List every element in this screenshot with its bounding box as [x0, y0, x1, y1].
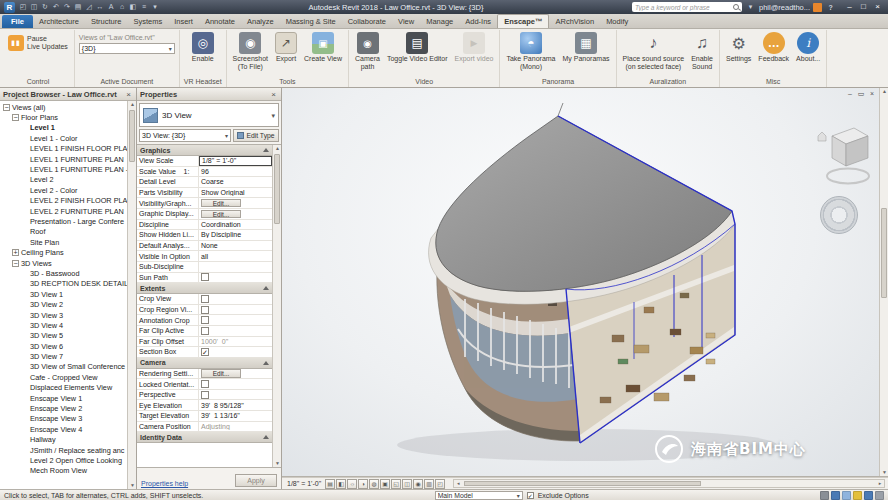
property-checkbox[interactable] — [201, 306, 209, 314]
main-model-dropdown[interactable]: Main Model — [435, 491, 523, 500]
chevron-down-icon[interactable] — [271, 111, 275, 120]
tree-expander-icon[interactable]: − — [3, 104, 10, 111]
constraints-icon[interactable]: ◰ — [435, 479, 445, 489]
tab-enscape[interactable]: Enscape™ — [497, 14, 549, 28]
scroll-up-icon[interactable] — [881, 88, 888, 95]
property-edit-button[interactable]: Edit... — [201, 369, 241, 378]
window-close-icon[interactable] — [868, 90, 876, 98]
tab-manage[interactable]: Manage — [420, 15, 459, 28]
tab-analyze[interactable]: Analyze — [241, 15, 280, 28]
crop-view-icon[interactable]: ▣ — [380, 479, 390, 489]
tree-item[interactable]: −Views (all) — [0, 102, 127, 112]
tab-add-ins[interactable]: Add-Ins — [459, 15, 497, 28]
tree-item[interactable]: +Ceiling Plans — [0, 247, 127, 257]
print-icon[interactable]: ▤ — [73, 2, 83, 12]
type-selector[interactable]: 3D View — [139, 103, 279, 127]
scroll-up-icon[interactable] — [274, 145, 281, 152]
editable-only-icon[interactable] — [820, 491, 829, 500]
property-value[interactable]: 39' 1 13/16" — [199, 412, 272, 419]
store-icon[interactable] — [813, 3, 822, 12]
property-value[interactable]: 96 — [199, 168, 272, 175]
tab-archvision[interactable]: ARchVision — [549, 15, 600, 28]
background-process-icon[interactable] — [842, 491, 851, 500]
enable-sound-button[interactable]: EnableSound — [689, 31, 715, 72]
property-edit-button[interactable]: Edit... — [201, 199, 241, 208]
instance-selector[interactable]: 3D View: {3D} — [139, 129, 231, 142]
project-browser-scrollbar[interactable] — [127, 101, 136, 489]
scroll-up-icon[interactable] — [129, 101, 136, 108]
collapse-icon[interactable] — [263, 286, 269, 290]
scrollbar-thumb[interactable] — [129, 110, 135, 162]
properties-section-graphics[interactable]: Graphics — [137, 145, 272, 156]
tree-expander-icon[interactable]: − — [12, 260, 19, 267]
temporary-hide-icon[interactable]: ◫ — [402, 479, 412, 489]
take-panorama-mono-button[interactable]: Take Panorama(Mono) — [504, 31, 557, 72]
user-name[interactable]: phil@readtho... — [759, 3, 810, 12]
properties-section-camera[interactable]: Camera — [137, 358, 272, 369]
tab-file[interactable]: File — [2, 15, 33, 28]
sign-in-icon[interactable]: ▾ — [745, 3, 756, 11]
tab-view[interactable]: View — [392, 15, 420, 28]
tree-expander-icon[interactable]: + — [12, 249, 19, 256]
property-value[interactable]: 39' 8 95/128" — [199, 402, 272, 409]
place-sound-source-on-selected-face-button[interactable]: Place sound source(on selected face) — [621, 31, 686, 72]
property-value[interactable]: 1/8" = 1'-0" — [199, 156, 272, 166]
select-link-icon[interactable] — [864, 491, 873, 500]
revit-logo-icon[interactable]: R — [4, 2, 15, 13]
tab-massing-site[interactable]: Massing & Site — [280, 15, 342, 28]
tree-item[interactable]: Enscape View 4 — [0, 424, 127, 434]
undo-icon[interactable]: ↶ — [51, 2, 61, 12]
tree-item[interactable]: Level 1 — [0, 123, 127, 133]
tree-item[interactable]: 3D View of Small Conference — [0, 362, 127, 372]
tree-item[interactable]: Level 2 - Color — [0, 185, 127, 195]
rendering-dialog-icon[interactable]: ◍ — [369, 479, 379, 489]
open-icon[interactable]: ◰ — [18, 2, 28, 12]
property-value[interactable]: Coarse — [199, 178, 272, 185]
text-icon[interactable]: A — [106, 2, 116, 12]
close-panel-icon[interactable] — [124, 90, 133, 99]
tree-item[interactable]: Enscape View 1 — [0, 393, 127, 403]
tab-systems[interactable]: Systems — [127, 15, 168, 28]
tree-item[interactable]: Level 2 Open Office Looking — [0, 455, 127, 465]
tree-item[interactable]: 3D View 3 — [0, 310, 127, 320]
redo-icon[interactable]: ↷ — [62, 2, 72, 12]
reveal-hidden-icon[interactable]: ◉ — [413, 479, 423, 489]
scroll-left-icon[interactable] — [454, 480, 462, 487]
sun-path-icon[interactable]: ☼ — [347, 479, 357, 489]
tree-item[interactable]: Displaced Elements View — [0, 383, 127, 393]
property-value[interactable]: None — [199, 242, 272, 249]
toggle-video-editor-button[interactable]: Toggle Video Editor — [385, 31, 450, 64]
apply-button[interactable]: Apply — [235, 474, 277, 487]
scrollbar-thumb[interactable] — [881, 208, 887, 298]
save-icon[interactable]: ◫ — [29, 2, 39, 12]
tree-item[interactable]: 3D View 4 — [0, 320, 127, 330]
navigation-wheel[interactable] — [820, 196, 858, 234]
tab-collaborate[interactable]: Collaborate — [342, 15, 392, 28]
about-button[interactable]: About... — [794, 31, 822, 64]
property-checkbox[interactable] — [201, 391, 209, 399]
view-cube[interactable] — [816, 124, 872, 194]
camera-path-button[interactable]: Camerapath — [353, 31, 382, 72]
tree-item[interactable]: Mech Room View — [0, 466, 127, 476]
property-value[interactable]: all — [199, 253, 272, 260]
shadows-icon[interactable]: ◑ — [358, 479, 368, 489]
tree-item[interactable]: LEVEL 2 FURNITURE PLAN — [0, 206, 127, 216]
tab-modify[interactable]: Modify — [600, 15, 634, 28]
measure-icon[interactable]: ◿ — [84, 2, 94, 12]
tree-expander-icon[interactable]: − — [12, 114, 19, 121]
tree-item[interactable]: Level 2 — [0, 175, 127, 185]
feedback-button[interactable]: Feedback — [756, 31, 791, 64]
warning-icon[interactable] — [853, 491, 862, 500]
tab-architecture[interactable]: Architecture — [33, 15, 85, 28]
collapse-icon[interactable] — [263, 148, 269, 152]
search-icon[interactable] — [733, 4, 739, 10]
view-scale-button[interactable]: 1/8" = 1'-0" — [285, 480, 323, 487]
tab-structure[interactable]: Structure — [85, 15, 127, 28]
maximize-icon[interactable] — [857, 2, 870, 13]
property-checkbox[interactable] — [201, 327, 209, 335]
ui-dropdown-icon[interactable]: ▾ — [150, 2, 160, 12]
tree-item[interactable]: LEVEL 1 FURNITURE PLAN — [0, 154, 127, 164]
settings-button[interactable]: Settings — [724, 31, 753, 64]
property-checkbox[interactable] — [201, 380, 209, 388]
tree-item[interactable]: 3D View 2 — [0, 299, 127, 309]
